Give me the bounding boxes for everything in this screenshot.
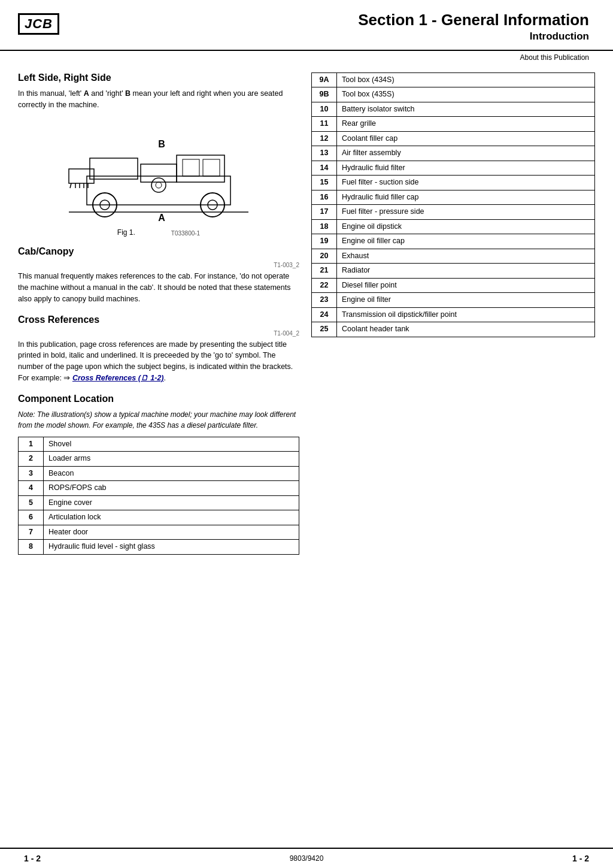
section-title: Section 1 - General Information (71, 11, 589, 29)
item-label: Engine cover (44, 495, 299, 510)
item-label: Diesel filler point (337, 278, 595, 293)
item-label: ROPS/FOPS cab (44, 481, 299, 496)
item-num: 10 (312, 102, 337, 117)
item-label: Transmission oil dipstick/filler point (337, 307, 595, 322)
item-label: Shovel (44, 437, 299, 452)
item-label: Engine oil filter (337, 293, 595, 308)
item-num: 1 (19, 437, 44, 452)
item-label: Exhaust (337, 249, 595, 264)
item-num: 23 (312, 293, 337, 308)
table-row: 3Beacon (19, 466, 299, 481)
table-row: 1Shovel (19, 437, 299, 452)
sub-header: About this Publication (0, 51, 613, 66)
svg-line-14 (70, 183, 71, 188)
svg-rect-10 (141, 164, 177, 182)
item-label: Fuel filter - pressure side (337, 205, 595, 220)
item-num: 14 (312, 161, 337, 176)
item-num: 5 (19, 495, 44, 510)
machine-illustration: B A (57, 116, 260, 224)
item-label: Radiator (337, 264, 595, 279)
left-right-body: In this manual, 'left' A and 'right' B m… (18, 88, 299, 111)
svg-point-12 (156, 182, 162, 188)
item-label: Coolant header tank (337, 322, 595, 337)
item-num: 3 (19, 466, 44, 481)
table-row: 6Articulation lock (19, 510, 299, 525)
section-subtitle: Introduction (71, 29, 589, 44)
svg-point-11 (151, 178, 166, 192)
fig-label: Fig 1. (117, 228, 135, 237)
item-num: 16 (312, 190, 337, 205)
footer-right: 1 - 2 (572, 854, 589, 863)
table-row: 17Fuel filter - pressure side (312, 205, 595, 220)
table-row: 23Engine oil filter (312, 293, 595, 308)
cab-canopy-body: This manual frequently makes references … (18, 271, 299, 304)
right-column: 9ATool box (434S)9BTool box (435S)10Batt… (311, 66, 595, 555)
table-row: 7Heater door (19, 525, 299, 540)
table-row: 18Engine oil dipstick (312, 219, 595, 234)
item-num: 21 (312, 264, 337, 279)
main-content: Left Side, Right Side In this manual, 'l… (0, 66, 613, 555)
item-label: Coolant filler cap (337, 131, 595, 146)
item-num: 13 (312, 146, 337, 161)
item-label: Loader arms (44, 452, 299, 467)
item-label: Air filter assembly (337, 146, 595, 161)
item-label: Engine oil dipstick (337, 219, 595, 234)
item-num: 19 (312, 234, 337, 249)
item-label: Tool box (435S) (337, 87, 595, 102)
item-label: Fuel filter - suction side (337, 176, 595, 190)
component-table-left: 1Shovel2Loader arms3Beacon4ROPS/FOPS cab… (18, 437, 299, 555)
svg-text:A: A (158, 213, 165, 223)
item-label: Articulation lock (44, 510, 299, 525)
table-row: 8Hydraulic fluid level - sight glass (19, 540, 299, 555)
table-row: 14Hydraulic fluid filter (312, 161, 595, 176)
item-num: 22 (312, 278, 337, 293)
table-row: 9ATool box (434S) (312, 72, 595, 87)
item-num: 15 (312, 176, 337, 190)
figure-caption: Fig 1. T033800-1 (18, 228, 299, 237)
item-label: Battery isolator switch (337, 102, 595, 117)
page-footer: 1 - 2 9803/9420 1 - 2 (0, 848, 613, 868)
item-num: 8 (19, 540, 44, 555)
table-row: 5Engine cover (19, 495, 299, 510)
item-label: Engine oil filler cap (337, 234, 595, 249)
item-num: 9B (312, 87, 337, 102)
item-label: Rear grille (337, 117, 595, 132)
table-row: 16Hydraulic fluid filler cap (312, 190, 595, 205)
item-num: 20 (312, 249, 337, 264)
cross-ref-tag: T1-004_2 (18, 330, 299, 337)
table-row: 15Fuel filter - suction side (312, 176, 595, 190)
table-row: 13Air filter assembly (312, 146, 595, 161)
component-location-heading: Component Location (18, 394, 299, 404)
cab-ref-tag: T1-003_2 (18, 262, 299, 268)
svg-rect-5 (87, 176, 230, 205)
svg-rect-8 (203, 159, 220, 176)
component-table-right: 9ATool box (434S)9BTool box (435S)10Batt… (311, 72, 595, 337)
item-num: 4 (19, 481, 44, 496)
footer-center: 9803/9420 (290, 854, 324, 863)
component-location-note: Note: The illustration(s) show a typical… (18, 409, 299, 431)
jcb-logo: JCB (18, 13, 59, 35)
table-row: 21Radiator (312, 264, 595, 279)
table-row: 22Diesel filler point (312, 278, 595, 293)
item-label: Tool box (434S) (337, 72, 595, 87)
cab-canopy-heading: Cab/Canopy (18, 246, 299, 257)
item-label: Hydraulic fluid level - sight glass (44, 540, 299, 555)
left-column: Left Side, Right Side In this manual, 'l… (18, 66, 311, 555)
item-num: 9A (312, 72, 337, 87)
item-label: Hydraulic fluid filler cap (337, 190, 595, 205)
cross-ref-link[interactable]: Cross References (🗋 1-2) (72, 374, 164, 382)
bold-a: A (84, 89, 89, 98)
cross-ref-heading: Cross References (18, 314, 299, 325)
item-num: 12 (312, 131, 337, 146)
item-label: Hydraulic fluid filter (337, 161, 595, 176)
header-title-block: Section 1 - General Information Introduc… (71, 11, 589, 44)
publication-label: About this Publication (520, 53, 589, 62)
table-row: 24Transmission oil dipstick/filler point (312, 307, 595, 322)
table-row: 25Coolant header tank (312, 322, 595, 337)
figure-ref: T033800-1 (171, 230, 200, 237)
item-num: 17 (312, 205, 337, 220)
table-row: 12Coolant filler cap (312, 131, 595, 146)
item-num: 6 (19, 510, 44, 525)
svg-rect-7 (183, 159, 199, 176)
page-header: JCB Section 1 - General Information Intr… (0, 0, 613, 51)
